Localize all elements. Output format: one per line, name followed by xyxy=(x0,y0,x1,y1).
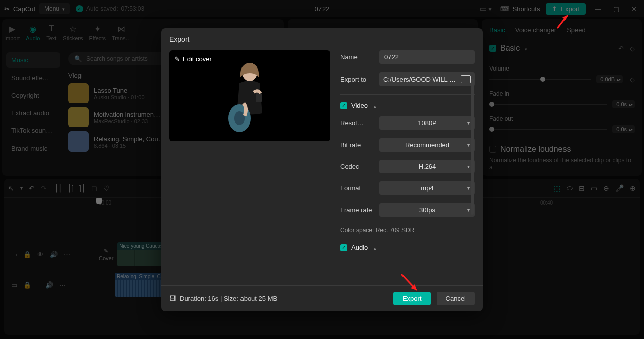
chevron-up-icon xyxy=(372,244,376,251)
film-icon: 🎞 xyxy=(169,295,176,302)
svg-rect-1 xyxy=(256,93,262,102)
name-input[interactable]: 0722 xyxy=(379,50,475,64)
codec-label: Codec xyxy=(340,163,379,170)
chevron-up-icon xyxy=(372,102,376,109)
cover-preview: ✎ Edit cover xyxy=(169,50,330,141)
bitrate-select[interactable]: Recommended▾ xyxy=(379,138,475,152)
name-label: Name xyxy=(340,53,379,61)
edit-cover-button[interactable]: ✎ Edit cover xyxy=(174,55,212,63)
format-select[interactable]: mp4▾ xyxy=(379,181,475,195)
video-checkbox[interactable] xyxy=(340,102,347,109)
svg-point-3 xyxy=(234,111,245,125)
audio-checkbox[interactable] xyxy=(340,244,347,251)
duration-info: Duration: 16s | Size: about 25 MB xyxy=(180,295,277,302)
dialog-title: Export xyxy=(161,28,483,50)
export-dialog: Export ✎ Edit cover xyxy=(161,28,483,311)
framerate-label: Frame rate xyxy=(340,206,379,214)
format-label: Format xyxy=(340,184,379,192)
framerate-select[interactable]: 30fps▾ xyxy=(379,203,475,217)
bitrate-label: Bit rate xyxy=(340,141,379,149)
resolution-label: Resol… xyxy=(340,119,379,127)
pencil-icon: ✎ xyxy=(174,55,180,63)
cancel-button[interactable]: Cancel xyxy=(437,292,475,305)
dialog-scrollbar[interactable] xyxy=(471,79,474,215)
colorspace-hint: Color space: Rec. 709 SDR xyxy=(340,227,475,234)
export-confirm-button[interactable]: Export xyxy=(393,292,431,305)
codec-select[interactable]: H.264▾ xyxy=(379,160,475,173)
resolution-select[interactable]: 1080P▾ xyxy=(379,116,475,130)
folder-icon[interactable] xyxy=(461,75,471,83)
exportto-label: Export to xyxy=(340,76,379,83)
exportto-input[interactable]: C:/Users/GOOD WILL … xyxy=(379,72,475,86)
cover-image xyxy=(219,58,280,133)
